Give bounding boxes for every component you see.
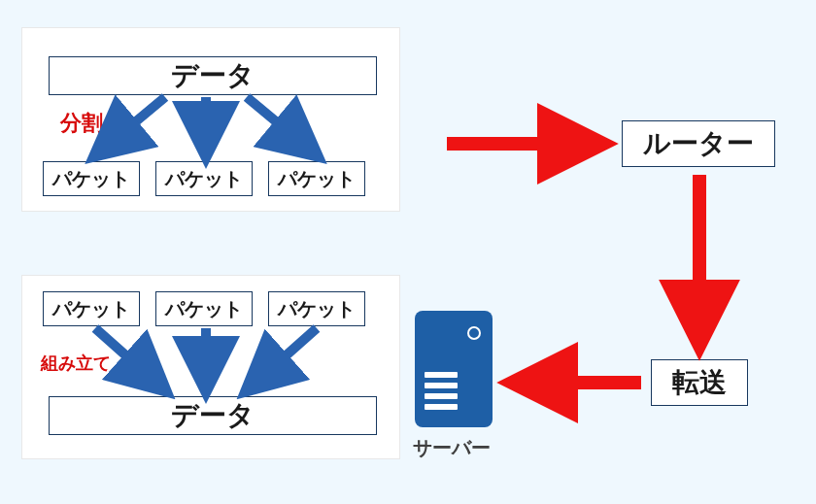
label-router: ルーター bbox=[643, 125, 754, 162]
label-data-bottom: データ bbox=[171, 397, 255, 434]
label-transfer: 転送 bbox=[672, 364, 727, 401]
box-packet-bottom-3: パケット bbox=[268, 291, 365, 326]
label-data-top: データ bbox=[171, 57, 255, 94]
box-transfer: 転送 bbox=[651, 359, 748, 406]
label-packet-bottom-3: パケット bbox=[278, 296, 356, 322]
box-router: ルーター bbox=[622, 120, 775, 167]
box-data-top: データ bbox=[49, 56, 377, 95]
box-packet-bottom-2: パケット bbox=[155, 291, 253, 326]
box-packet-top-1: パケット bbox=[43, 161, 140, 196]
label-packet-bottom-2: パケット bbox=[165, 296, 243, 322]
label-server: サーバー bbox=[413, 435, 491, 461]
box-packet-bottom-1: パケット bbox=[43, 291, 140, 326]
label-split: 分割 bbox=[60, 109, 103, 138]
box-packet-top-2: パケット bbox=[155, 161, 253, 196]
box-packet-top-3: パケット bbox=[268, 161, 365, 196]
server-icon bbox=[415, 311, 493, 427]
label-packet-top-1: パケット bbox=[52, 166, 130, 192]
label-packet-top-3: パケット bbox=[278, 166, 356, 192]
box-data-bottom: データ bbox=[49, 396, 377, 435]
label-assemble: 組み立て bbox=[41, 352, 111, 375]
label-packet-top-2: パケット bbox=[165, 166, 243, 192]
label-packet-bottom-1: パケット bbox=[52, 296, 130, 322]
